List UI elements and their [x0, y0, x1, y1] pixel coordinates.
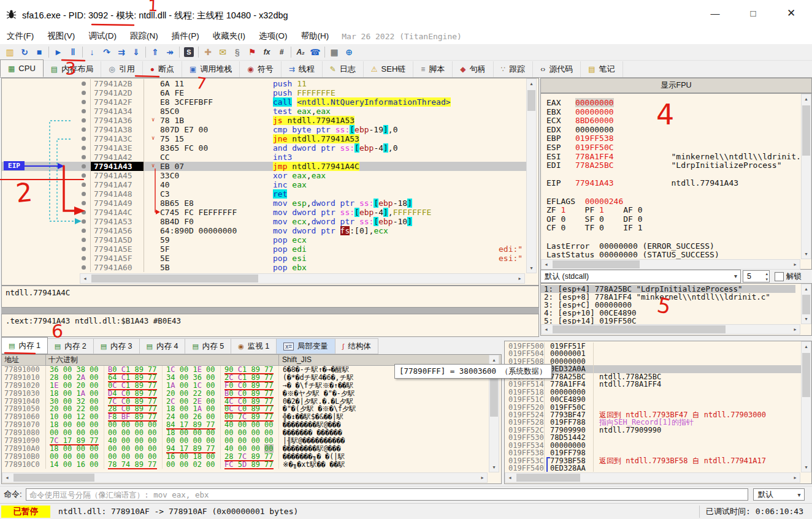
- stack-pane[interactable]: 019FF500019FF51F019FF50400000001019FF508…: [504, 341, 812, 484]
- breakpoint-dot-icon[interactable]: [79, 189, 90, 199]
- menu-item-6[interactable]: 选项(O): [252, 28, 294, 44]
- command-profile-select[interactable]: 默认 ▾: [753, 488, 805, 501]
- register-row-eax[interactable]: EAX 00000000: [546, 99, 811, 108]
- menu-item-7[interactable]: 帮助(H): [294, 28, 336, 44]
- registers-vertical-scrollbar[interactable]: ▴▾: [801, 94, 811, 259]
- disasm-row[interactable]: 77941A2B6A 11push 11: [2, 79, 527, 88]
- tab-call-stack[interactable]: ▣调用堆栈: [182, 61, 240, 77]
- close-button[interactable]: ✕: [774, 1, 808, 25]
- register-row-ebx[interactable]: EBX 00000000: [546, 108, 811, 117]
- assemble-fx-icon[interactable]: fx: [259, 45, 274, 59]
- tab-log[interactable]: ✎日志: [323, 61, 364, 77]
- menu-item-0[interactable]: 文件(F): [0, 28, 40, 44]
- register-row-edi[interactable]: EDI 778A25BC "LdrpInitializeProcess": [546, 161, 811, 170]
- step-out-icon[interactable]: ⇓: [129, 45, 144, 59]
- tab-notes[interactable]: ▤笔记: [581, 61, 622, 77]
- tab-dump-1[interactable]: ▤内存 1: [1, 337, 48, 354]
- arg-count-stepper[interactable]: 5 ▴▾: [743, 270, 770, 282]
- register-row-ebp[interactable]: EBP 019FF538: [546, 134, 811, 143]
- label-hash-icon[interactable]: #: [274, 45, 289, 59]
- pane-splitter[interactable]: [1, 308, 539, 314]
- tab-seh-chain[interactable]: ⚠SEH链: [364, 61, 414, 77]
- breakpoint-dot-icon[interactable]: [79, 97, 90, 107]
- calculator-icon[interactable]: ▦: [327, 45, 342, 59]
- menu-item-2[interactable]: 调试(D): [82, 28, 123, 44]
- register-row-ecx[interactable]: ECX 8BD60000: [546, 116, 811, 126]
- tab-handles[interactable]: ◆句柄: [453, 61, 493, 77]
- breakpoint-dot-icon[interactable]: [79, 125, 90, 134]
- breakpoint-dot-icon[interactable]: [79, 134, 90, 143]
- tab-struct[interactable]: ∫结构体: [335, 338, 378, 354]
- breakpoint-dot-icon[interactable]: [79, 153, 90, 162]
- disasm-row[interactable]: 77941A38807D E7 00cmp byte ptr ss:[ebp-1…: [2, 125, 527, 134]
- stack-row[interactable]: 019FF50400000001: [505, 350, 811, 357]
- registers-horizontal-scrollbar[interactable]: ◂▸: [541, 259, 800, 270]
- disasm-row[interactable]: 77941A605Bpop ebx: [2, 263, 527, 272]
- minimize-button[interactable]: —: [698, 1, 732, 25]
- call-stack-phone-icon[interactable]: ☎: [308, 45, 323, 59]
- stack-row[interactable]: 019FF53078D51442: [505, 434, 811, 441]
- favourites-icon[interactable]: ⚑: [245, 45, 259, 59]
- stack-row[interactable]: 019FF5400ED328AA: [505, 464, 811, 472]
- breakpoint-dot-icon[interactable]: [79, 88, 90, 97]
- settings-icon[interactable]: S: [182, 45, 196, 59]
- pause-icon[interactable]: ‖: [66, 45, 80, 59]
- tab-threads[interactable]: ⇉线程: [282, 61, 323, 77]
- disasm-row[interactable]: 77941A42CCint3: [2, 153, 527, 162]
- disasm-row[interactable]: 77941A36∨78 1Bjs ntdll.77941A53: [2, 116, 527, 125]
- breakpoint-dot-icon[interactable]: [79, 199, 90, 208]
- breakpoint-dot-icon[interactable]: [79, 263, 90, 272]
- run-upwards-icon[interactable]: ⇑: [148, 45, 163, 59]
- args-horizontal-scrollbar[interactable]: ◂▸: [541, 324, 800, 335]
- flags-line[interactable]: OF 0 SF 0 DF 0: [546, 215, 811, 224]
- breakpoint-dot-icon[interactable]: [79, 217, 90, 226]
- registers-pane[interactable]: EAX 00000000EBX 00000000ECX 8BD60000EDX …: [540, 93, 812, 270]
- disasm-row[interactable]: 77941A538B4D F0mov ecx,dword ptr ss:[ebp…: [2, 217, 527, 226]
- tab-dump-3[interactable]: ▤内存 3: [94, 338, 140, 354]
- tab-watch-1[interactable]: ◉监视 1: [231, 338, 277, 354]
- disasm-row[interactable]: 77941A2D6A FEpush FFFFFFFE: [2, 88, 527, 97]
- breakpoint-dot-icon[interactable]: [79, 162, 90, 171]
- disasm-row[interactable]: 77941A3485C0test eax,eax: [2, 107, 527, 116]
- disasm-row[interactable]: 77941A4740inc eax: [2, 180, 527, 189]
- breakpoint-dot-icon[interactable]: [79, 208, 90, 217]
- calling-convention-select[interactable]: 默认 (stdcall) ▾: [540, 270, 741, 283]
- stack-row[interactable]: 019FF538019FF798: [505, 449, 811, 456]
- flags-line[interactable]: ZF 1 PF 1 AF 0: [546, 206, 811, 215]
- tab-locals[interactable]: x=局部变量: [277, 338, 335, 354]
- breakpoint-dot-icon[interactable]: [79, 180, 90, 189]
- step-over-icon[interactable]: ↷: [99, 45, 114, 59]
- show-fpu-button[interactable]: 显示FPU: [540, 78, 812, 93]
- breakpoint-dot-icon[interactable]: [79, 226, 90, 235]
- disasm-horizontal-scrollbar[interactable]: ◂▸: [80, 273, 525, 284]
- disasm-row[interactable]: 77941A3E8365 FC 00and dword ptr ss:[ebp-…: [2, 143, 527, 153]
- disasm-row[interactable]: 77941A3C∨75 15jne ntdll.77941A53: [2, 134, 527, 143]
- disasm-row[interactable]: 77941A5F5Epop esiesi:": [2, 254, 527, 263]
- menu-item-3[interactable]: 跟踪(N): [123, 28, 165, 44]
- disasm-row[interactable]: 77941A5664:890D 00000000mov dword ptr fs…: [2, 226, 527, 235]
- tab-symbols[interactable]: ◉符号: [240, 61, 281, 77]
- disasm-row[interactable]: 77941A43∨EB 07jmp ntdll.77941A4C: [2, 162, 527, 171]
- breakpoint-dot-icon[interactable]: [79, 171, 90, 180]
- restart-icon[interactable]: ↻: [17, 45, 32, 59]
- tab-memory-map[interactable]: ▤内存布局: [44, 61, 101, 77]
- unlock-checkbox[interactable]: [775, 272, 784, 281]
- breakpoint-dot-icon[interactable]: [79, 107, 90, 116]
- register-row-eip[interactable]: EIP 77941A43 ntdll.77941A43: [546, 179, 811, 188]
- register-row-edx[interactable]: EDX 00000000: [546, 126, 811, 135]
- stack-vertical-scrollbar[interactable]: ▴▾: [801, 341, 811, 472]
- menu-item-4[interactable]: 插件(P): [165, 28, 206, 44]
- stack-row[interactable]: 019FF528019FF788指向SEH_Record[1]的指针: [505, 419, 811, 426]
- stack-row[interactable]: 019FF51C00CE4890: [505, 396, 811, 403]
- register-row-eflags[interactable]: EFLAGS 00000246: [546, 197, 811, 206]
- menu-item-5[interactable]: 收藏夹(I): [206, 28, 252, 44]
- register-row-esp[interactable]: ESP 019FF50C: [546, 143, 811, 153]
- disasm-row[interactable]: 77941A4533C0xor eax,eax: [2, 171, 527, 180]
- disasm-row[interactable]: 77941A498B65 E8mov esp,dword ptr ss:[ebp…: [2, 199, 527, 208]
- execute-till-return-icon[interactable]: ⇉: [114, 45, 129, 59]
- menu-item-1[interactable]: 视图(V): [40, 28, 82, 44]
- tab-cpu[interactable]: ▦CPU: [0, 59, 44, 77]
- register-row-esi[interactable]: ESI 778A1FF4 "minkernel\\ntdll\\ldrinit.…: [546, 153, 811, 162]
- highlight-mode-icon[interactable]: A₂: [293, 45, 308, 59]
- tab-dump-4[interactable]: ▤内存 4: [140, 338, 186, 354]
